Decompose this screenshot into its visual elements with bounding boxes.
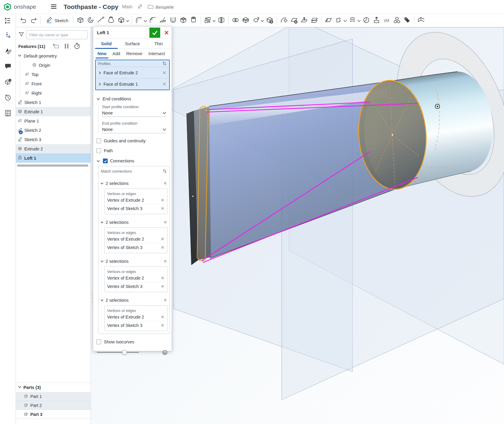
feature-item-extrude-2[interactable]: Extrude 2 <box>16 144 91 153</box>
undo-tool-button[interactable] <box>18 15 28 26</box>
feature-item-plane-1[interactable]: Plane 1 <box>16 116 91 126</box>
model-help-icon[interactable]: ? <box>4 78 12 87</box>
chevron-right-icon[interactable] <box>98 82 102 86</box>
connection-group-header[interactable]: 2 selections✕ <box>100 257 168 265</box>
rollback-timer-icon[interactable] <box>74 43 80 50</box>
vertex-selection-row[interactable]: Vertex of Sketch 3✕ <box>107 204 165 213</box>
part-item-part-1[interactable]: Part 1 <box>16 392 91 401</box>
remove-selection-icon[interactable]: ✕ <box>160 314 165 320</box>
remove-selection-icon[interactable]: ✕ <box>160 275 165 281</box>
feature-item-right[interactable]: Right <box>16 88 91 98</box>
mate-connector-icon[interactable] <box>435 104 440 109</box>
extrude-tool-button[interactable] <box>75 15 86 26</box>
feature-item-sketch-1[interactable]: Sketch 1 <box>16 98 91 107</box>
remove-group-icon[interactable]: ✕ <box>163 181 168 186</box>
transform-dropdown-caret[interactable] <box>261 18 264 23</box>
export-tool-button[interactable] <box>371 15 382 26</box>
connections-header[interactable]: Connections <box>96 157 172 165</box>
folder-icon[interactable] <box>148 4 154 10</box>
remove-selection-icon[interactable]: ✕ <box>160 206 165 211</box>
guides-checkbox[interactable] <box>96 138 101 143</box>
cancel-button[interactable] <box>163 28 170 38</box>
sketch-button[interactable]: Sketch <box>43 15 71 26</box>
chevron-right-icon[interactable] <box>98 71 102 75</box>
operation-tab-intersect[interactable]: Intersect <box>146 49 168 58</box>
connection-group-header[interactable]: 2 selections✕ <box>100 179 168 188</box>
remove-selection-icon[interactable]: ✕ <box>160 323 165 328</box>
tab-solid[interactable]: Solid <box>93 39 119 49</box>
feature-item-default-geometry[interactable]: Default geometry <box>16 51 91 61</box>
menu-hamburger-icon[interactable] <box>50 4 57 10</box>
part-item-part-2[interactable]: Part 2 <box>16 401 91 410</box>
surface-dropdown-caret[interactable] <box>344 18 347 23</box>
tables-icon[interactable] <box>4 109 12 118</box>
confirm-button[interactable] <box>149 28 160 38</box>
profile-selection-row[interactable]: Face of Extrude 1✕ <box>96 78 169 90</box>
document-title[interactable]: Toothpaste - Copy <box>64 3 118 10</box>
thicken-tool-button[interactable] <box>116 15 126 26</box>
redo-tool-button[interactable] <box>28 15 39 26</box>
feature-item-top[interactable]: Top <box>16 70 91 79</box>
draft-tool-button[interactable] <box>158 15 168 26</box>
operation-tab-new[interactable]: New <box>94 49 110 58</box>
transform-tool-button[interactable] <box>251 15 261 26</box>
remove-selection-icon[interactable]: ✕ <box>160 197 165 203</box>
remove-selection-icon[interactable]: ✕ <box>160 236 165 242</box>
plane-tool-button[interactable] <box>323 15 334 26</box>
helix-dropdown-caret[interactable] <box>357 18 361 23</box>
loft-tool-button[interactable] <box>106 15 116 26</box>
sweep-tool-button[interactable] <box>96 15 106 26</box>
fillet-tool-button[interactable] <box>134 15 144 26</box>
vertex-selection-row[interactable]: Vertex of Sketch 3✕ <box>107 321 165 330</box>
add-feature-icon[interactable] <box>4 31 12 40</box>
vertex-selection-row[interactable]: Vertex of Sketch 3✕ <box>107 282 165 291</box>
remove-selection-icon[interactable]: ✕ <box>162 70 167 76</box>
comment-icon[interactable] <box>4 63 12 71</box>
feature-item-front[interactable]: Front <box>16 79 91 88</box>
add-folder-icon[interactable] <box>53 43 59 50</box>
remove-selection-icon[interactable]: ✕ <box>162 82 167 87</box>
end-conditions-header[interactable]: End conditions <box>96 95 172 103</box>
fillet-dropdown-caret[interactable] <box>144 18 147 23</box>
workspace-name[interactable]: Main <box>122 4 133 10</box>
hole-tool-button[interactable] <box>188 15 199 26</box>
shell-tool-button[interactable] <box>178 15 188 26</box>
show-isocurves-row[interactable]: Show isocurves <box>96 338 172 346</box>
connection-group-header[interactable]: 2 selections✕ <box>100 218 168 227</box>
surface-tool-button[interactable] <box>334 15 344 26</box>
chamfer-tool-button[interactable] <box>148 15 158 26</box>
rollback-bar[interactable] <box>17 165 88 167</box>
path-checkbox[interactable] <box>96 148 101 153</box>
profile-selection-row[interactable]: Face of Extrude 2✕ <box>96 67 169 78</box>
rib-tool-button[interactable] <box>168 15 178 26</box>
start-profile-select[interactable]: None <box>102 109 166 117</box>
operation-tab-remove[interactable]: Remove <box>123 49 146 58</box>
feature-item-sketch-3[interactable]: Sketch 3 <box>16 135 91 144</box>
opacity-slider[interactable] <box>97 352 139 353</box>
remove-selection-icon[interactable]: ✕ <box>160 245 165 250</box>
replace-face-tool-button[interactable] <box>309 15 320 26</box>
operation-tab-add[interactable]: Add <box>110 49 123 58</box>
guides-checkbox-row[interactable]: Guides and continuity <box>96 137 172 145</box>
feature-item-loft-1[interactable]: Loft 1 <box>16 153 91 163</box>
delete-part-tool-button[interactable] <box>265 15 275 26</box>
revolve-tool-button[interactable] <box>86 15 96 26</box>
feature-item-extrude-1[interactable]: Extrude 1 <box>16 107 91 116</box>
thicken-dropdown-caret[interactable] <box>126 18 129 23</box>
remove-group-icon[interactable]: ✕ <box>163 298 168 303</box>
help-icon[interactable]: ? <box>162 350 167 355</box>
vertex-selection-row[interactable]: Vertex of Extrude 2✕ <box>107 313 165 321</box>
fillet-face-tool-button[interactable] <box>279 15 289 26</box>
vertex-selection-row[interactable]: Vertex of Extrude 2✕ <box>107 235 165 243</box>
linear-pattern-dropdown-caret[interactable] <box>212 18 216 23</box>
connection-group-header[interactable]: 2 selections✕ <box>100 296 168 304</box>
boolean-tool-button[interactable] <box>230 15 241 26</box>
share-link-icon[interactable] <box>137 4 143 10</box>
sort-icon[interactable] <box>162 169 167 174</box>
parts-section-header[interactable]: Parts (3) <box>16 383 91 392</box>
connections-checkbox[interactable] <box>103 159 108 163</box>
path-checkbox-row[interactable]: Path <box>96 147 172 155</box>
vertex-selection-row[interactable]: Vertex of Sketch 3✕ <box>107 243 165 252</box>
remove-group-icon[interactable]: ✕ <box>163 259 168 264</box>
feature-item-origin[interactable]: Origin <box>16 61 91 70</box>
